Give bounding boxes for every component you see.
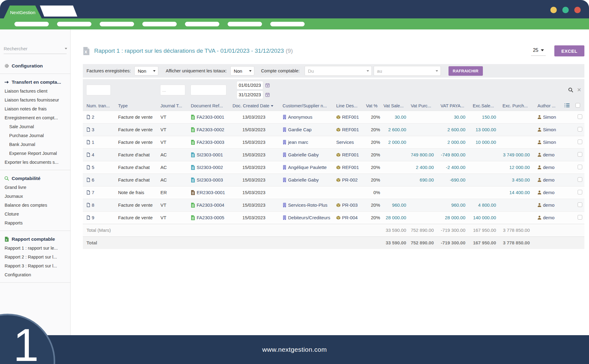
sidebar-item[interactable]: Enregistrement en compt...: [0, 113, 70, 122]
calendar-icon[interactable]: [265, 83, 270, 87]
row-checkbox[interactable]: [578, 140, 582, 144]
document-ref-link[interactable]: FA2303-0002: [197, 127, 224, 132]
row-checkbox[interactable]: [578, 202, 582, 207]
sidebar-item[interactable]: Liaison factures client: [0, 87, 70, 96]
line-description[interactable]: REF001: [342, 152, 359, 157]
row-checkbox[interactable]: [578, 127, 582, 132]
line-description[interactable]: REF001: [342, 127, 359, 132]
table-row[interactable]: 1 Facture de vente VT FA2303-0003 15/03/…: [83, 136, 584, 148]
blank-tab[interactable]: [40, 6, 77, 17]
document-ref-link[interactable]: SI2303-0003: [197, 177, 223, 182]
customer-link[interactable]: Gardie Cap: [288, 127, 312, 132]
row-checkbox[interactable]: [578, 177, 582, 182]
row-checkbox[interactable]: [578, 165, 582, 169]
sidebar-item[interactable]: Rapport 2 : Rapport sur l...: [0, 253, 70, 262]
customer-link[interactable]: Angélique Paulette: [288, 165, 327, 170]
sidebar-search-input[interactable]: [4, 46, 65, 51]
table-row[interactable]: 4 Facture d'achat AC SI2303-0001 15/03/2…: [83, 148, 584, 161]
journal-filter-input[interactable]: [160, 85, 185, 95]
sidebar-section-header[interactable]: Configuration: [0, 61, 70, 71]
document-ref-filter-input[interactable]: [191, 85, 226, 95]
sidebar-item[interactable]: Sale Journal: [0, 122, 70, 131]
document-ref-link[interactable]: FA2303-0001: [197, 114, 224, 120]
sidebar-item[interactable]: Exporter les documents s...: [0, 158, 70, 167]
window-dot-red[interactable]: [574, 7, 581, 13]
col-customer-supplier[interactable]: Customer/Supplier n...: [283, 101, 334, 111]
line-description[interactable]: PR-003: [342, 202, 358, 208]
num-filter-input[interactable]: [87, 85, 110, 95]
col-vat-purchase[interactable]: Vat Purc...: [408, 101, 436, 111]
document-ref-link[interactable]: ER2303-0001: [197, 190, 225, 195]
line-description[interactable]: Services: [336, 140, 354, 145]
col-num-transaction[interactable]: Num. tran...: [83, 101, 118, 111]
line-description[interactable]: PR-004: [342, 215, 358, 220]
customer-link[interactable]: jean marc: [288, 140, 308, 145]
excel-export-button[interactable]: EXCEL: [554, 45, 584, 56]
table-row[interactable]: 6 Facture d'achat AC SI2303-0003 15/03/2…: [83, 174, 584, 186]
document-ref-link[interactable]: SI2303-0002: [197, 165, 223, 170]
col-select-all[interactable]: [576, 101, 584, 111]
col-list-toggle[interactable]: [564, 101, 576, 111]
col-vat-pct[interactable]: Vat %: [364, 101, 382, 111]
col-vat-payable[interactable]: VAT PAYA...: [436, 101, 467, 111]
sidebar-section-header[interactable]: Rapport comptable: [0, 235, 70, 244]
window-dot-green[interactable]: [562, 7, 569, 13]
sidebar-section-header[interactable]: Comptabilité: [0, 174, 70, 183]
sidebar-item[interactable]: Cloture: [0, 210, 70, 219]
table-row[interactable]: 5 Facture d'achat AC SI2303-0002 15/03/2…: [83, 161, 584, 174]
sidebar-item[interactable]: Configuration: [0, 270, 70, 279]
sidebar-item[interactable]: Purchase Journal: [0, 131, 70, 140]
sidebar-item[interactable]: Rapport 3 : Rapport sur l...: [0, 262, 70, 270]
sidebar-item[interactable]: Liaison factures fournisseur: [0, 96, 70, 105]
date-from-input[interactable]: [237, 81, 263, 89]
brand-tab[interactable]: NextGestion: [4, 6, 42, 18]
sidebar-section-header[interactable]: Transfert en compta...: [0, 78, 70, 87]
sidebar-item[interactable]: Grand livre: [0, 183, 70, 192]
col-exc-sale[interactable]: Exc.Sale...: [467, 101, 498, 111]
sidebar-item[interactable]: Expense Report Journal: [0, 149, 70, 158]
col-created-date[interactable]: Doc. Created Date: [233, 101, 283, 111]
document-ref-link[interactable]: FA2303-0003: [197, 140, 224, 145]
table-row[interactable]: 2 Facture de vente VT FA2303-0001 13/03/…: [83, 111, 584, 123]
customer-link[interactable]: Services-Roto-Plus: [288, 202, 327, 208]
line-description[interactable]: REF001: [342, 114, 359, 120]
table-row[interactable]: 9 Facture de vente VT FA2303-0005 15/03/…: [83, 211, 584, 224]
col-journal[interactable]: Journal T...: [160, 101, 191, 111]
page-size-select[interactable]: 25: [531, 46, 546, 56]
search-icon[interactable]: [568, 87, 573, 93]
account-to-select[interactable]: au: [374, 66, 441, 76]
customer-link[interactable]: Gabrielle Gaby: [288, 152, 319, 157]
row-checkbox[interactable]: [578, 152, 582, 157]
document-ref-link[interactable]: FA2303-0004: [197, 202, 224, 208]
col-document-ref[interactable]: Document Ref...: [191, 101, 233, 111]
row-checkbox[interactable]: [578, 190, 582, 194]
sidebar-item[interactable]: Rapport 1 : rapport sur le...: [0, 244, 70, 253]
col-author[interactable]: Author ...: [532, 101, 564, 111]
table-row[interactable]: 7 Note de frais ER ER2303-0001 15/03/202…: [83, 186, 584, 199]
clear-filters-icon[interactable]: ✕: [577, 87, 581, 93]
customer-link[interactable]: Gabrielle Gaby: [288, 177, 319, 182]
col-line-desc[interactable]: Line Des...: [334, 101, 364, 111]
sidebar-item[interactable]: Balance des comptes: [0, 201, 70, 210]
table-row[interactable]: 8 Facture de vente VT FA2303-0004 15/03/…: [83, 199, 584, 211]
date-to-input[interactable]: [237, 91, 263, 99]
sidebar-item[interactable]: Bank Journal: [0, 140, 70, 149]
sidebar-item[interactable]: Journaux: [0, 192, 70, 201]
account-from-select[interactable]: Du: [305, 66, 372, 76]
registered-invoices-select[interactable]: Non: [134, 66, 158, 75]
col-type[interactable]: Type: [118, 101, 160, 111]
calendar-icon[interactable]: [265, 93, 270, 97]
select-all-checkbox[interactable]: [576, 103, 580, 108]
window-dot-yellow[interactable]: [550, 7, 557, 13]
customer-link[interactable]: Debiteurs/Crediteurs: [288, 215, 330, 220]
customer-link[interactable]: Anonymous: [288, 114, 312, 120]
refresh-button[interactable]: RAFRAICHIR: [448, 66, 483, 76]
line-description[interactable]: PR-002: [342, 177, 358, 182]
line-description[interactable]: REF001: [342, 165, 359, 170]
document-ref-link[interactable]: FA2303-0005: [197, 215, 224, 220]
sidebar-item[interactable]: Rapports: [0, 219, 70, 228]
col-exc-purchase[interactable]: Exc. Purch...: [498, 101, 532, 111]
document-ref-link[interactable]: SI2303-0001: [197, 152, 223, 157]
table-row[interactable]: 3 Facture de vente VT FA2303-0002 15/03/…: [83, 123, 584, 136]
col-vat-sale[interactable]: Vat Sale...: [382, 101, 408, 111]
